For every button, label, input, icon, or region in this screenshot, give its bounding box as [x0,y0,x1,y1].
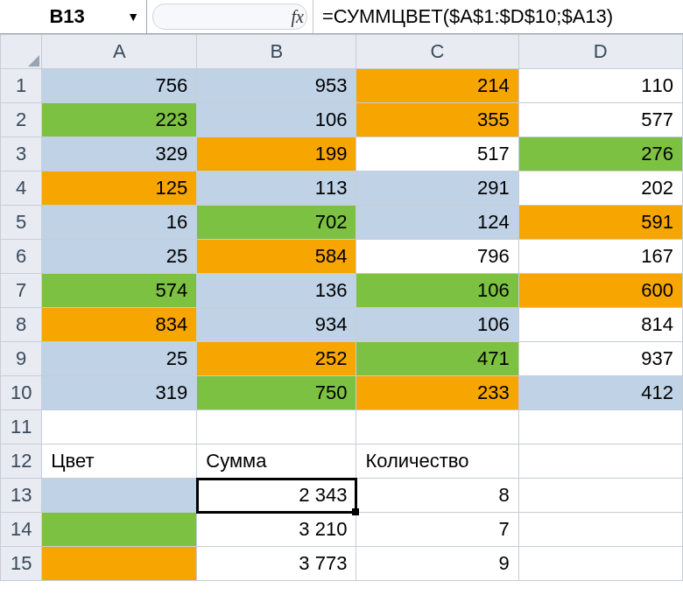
cell[interactable]: 125 [42,172,197,206]
cell[interactable]: 291 [356,172,518,206]
cell[interactable]: 167 [518,240,682,274]
row-header[interactable]: 1 [1,69,42,103]
cell[interactable]: 953 [197,69,356,103]
cell[interactable]: 517 [356,137,518,172]
row-5: 5 16 702 124 591 [1,206,683,240]
row-header[interactable]: 9 [1,342,42,376]
cell[interactable]: 355 [356,103,518,137]
cell-selected[interactable]: 2 343 [197,479,356,513]
row-header[interactable]: 13 [1,479,42,513]
cell[interactable] [518,410,682,444]
name-box-text: B13 [7,5,120,28]
cell[interactable]: 136 [197,274,356,308]
row-header[interactable]: 7 [1,274,42,308]
cell[interactable]: 214 [356,69,518,103]
select-all-corner[interactable] [1,35,42,69]
row-header[interactable]: 8 [1,308,42,342]
row-3: 3 329 199 517 276 [1,137,683,172]
row-header[interactable]: 5 [1,206,42,240]
row-15: 15 3 773 9 [1,547,683,581]
cell[interactable] [197,410,356,444]
cell[interactable]: 591 [518,206,682,240]
col-header-A[interactable]: A [42,35,197,69]
row-header[interactable]: 14 [1,513,42,547]
cell[interactable]: 113 [197,172,356,206]
cell[interactable]: 834 [42,308,197,342]
chevron-down-icon[interactable]: ▼ [127,10,139,24]
col-header-C[interactable]: C [356,35,518,69]
cell[interactable]: 233 [356,376,518,410]
cell[interactable]: Цвет [42,444,197,479]
cell[interactable] [518,547,682,581]
cell[interactable] [518,513,682,547]
row-header[interactable]: 3 [1,137,42,172]
cell[interactable]: 9 [356,547,518,581]
cell[interactable]: 702 [197,206,356,240]
cell-color-key-green[interactable] [42,513,197,547]
cell[interactable]: 199 [197,137,356,172]
cell[interactable]: 934 [197,308,356,342]
column-header-row: A B C D [1,35,683,69]
cell[interactable] [356,410,518,444]
cell-color-key-blue[interactable] [42,479,197,513]
cell[interactable]: 412 [518,376,682,410]
row-header[interactable]: 2 [1,103,42,137]
cell[interactable]: Количество [356,444,518,479]
cell[interactable]: 25 [42,342,197,376]
cell[interactable]: 329 [42,137,197,172]
cell[interactable]: 471 [356,342,518,376]
row-9: 9 25 252 471 937 [1,342,683,376]
row-11: 11 [1,410,683,444]
cell[interactable]: 3 210 [197,513,356,547]
row-header[interactable]: 12 [1,444,42,479]
cell[interactable]: 3 773 [197,547,356,581]
cell-color-key-orange[interactable] [42,547,197,581]
row-13: 13 2 343 8 [1,479,683,513]
cell[interactable]: 25 [42,240,197,274]
cell[interactable]: 106 [356,274,518,308]
col-header-B[interactable]: B [197,35,356,69]
select-all-icon [28,55,39,66]
cell[interactable]: 937 [518,342,682,376]
row-1: 1 756 953 214 110 [1,69,683,103]
spreadsheet-grid[interactable]: A B C D 1 756 953 214 110 2 223 106 355 … [0,34,683,581]
cell[interactable]: 276 [518,137,682,172]
cell[interactable]: 574 [42,274,197,308]
row-header[interactable]: 15 [1,547,42,581]
formula-text: =СУММЦВЕТ($A$1:$D$10;$A13) [322,5,613,28]
cell[interactable]: 750 [197,376,356,410]
name-box[interactable]: B13 ▼ [0,0,147,33]
row-6: 6 25 584 796 167 [1,240,683,274]
cell[interactable]: 16 [42,206,197,240]
cell[interactable]: Сумма [197,444,356,479]
cell[interactable] [518,444,682,479]
cell[interactable]: 756 [42,69,197,103]
cell[interactable]: 223 [42,103,197,137]
cell[interactable]: 106 [197,103,356,137]
row-header[interactable]: 10 [1,376,42,410]
cell[interactable]: 110 [518,69,682,103]
row-12: 12 Цвет Сумма Количество [1,444,683,479]
col-header-D[interactable]: D [518,35,682,69]
row-header[interactable]: 11 [1,410,42,444]
cell[interactable]: 319 [42,376,197,410]
cell[interactable]: 584 [197,240,356,274]
row-header[interactable]: 6 [1,240,42,274]
cell[interactable]: 814 [518,308,682,342]
cell[interactable]: 106 [356,308,518,342]
row-7: 7 574 136 106 600 [1,274,683,308]
formula-bar: B13 ▼ fx =СУММЦВЕТ($A$1:$D$10;$A13) [0,0,683,34]
cell[interactable]: 600 [518,274,682,308]
fx-icon[interactable]: fx [292,7,304,27]
cell[interactable]: 577 [518,103,682,137]
cell[interactable]: 8 [356,479,518,513]
cell[interactable]: 796 [356,240,518,274]
cell[interactable]: 124 [356,206,518,240]
row-header[interactable]: 4 [1,172,42,206]
cell[interactable]: 252 [197,342,356,376]
cell[interactable] [518,479,682,513]
cell[interactable]: 202 [518,172,682,206]
cell[interactable] [42,410,197,444]
cell[interactable]: 7 [356,513,518,547]
formula-input[interactable]: =СУММЦВЕТ($A$1:$D$10;$A13) [313,0,683,33]
